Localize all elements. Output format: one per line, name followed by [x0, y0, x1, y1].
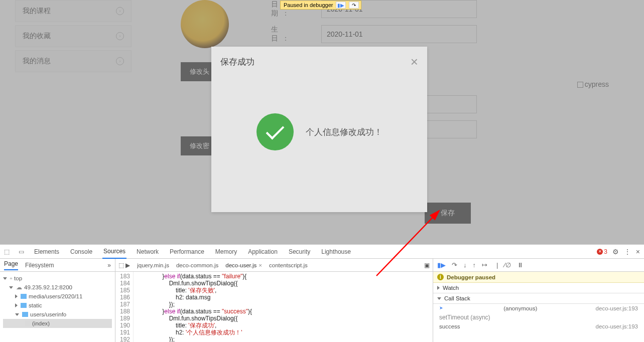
paused-text: Paused in debugger: [284, 2, 333, 8]
watch-section[interactable]: Watch: [433, 283, 644, 293]
nav-icons[interactable]: ⬚ ▶: [118, 262, 130, 269]
debugger-sidebar: ▮▶ ↷ ↓ ↑ ↦ | ⁄∅ ⏸ i Debugger paused Watc…: [433, 259, 644, 342]
devtools-tab-bar: ⬚ ▭ Elements Console Sources Network Per…: [0, 245, 644, 259]
tab-lighthouse[interactable]: Lighthouse: [320, 245, 352, 258]
tree-top[interactable]: ▫ top: [3, 274, 112, 283]
step-out-icon[interactable]: ↑: [473, 261, 476, 269]
debugger-toolbar: ▮▶ ↷ ↓ ↑ ↦ | ⁄∅ ⏸: [433, 259, 644, 272]
tab-sources[interactable]: Sources: [102, 245, 126, 259]
step-over-icon[interactable]: ↷: [452, 261, 457, 269]
modal-title: 保存成功: [220, 56, 254, 68]
file-tree: ▫ top ☁ 49.235.92.12:8200 media/users/20…: [0, 272, 115, 330]
modal-header: 保存成功 ×: [211, 47, 427, 77]
tab-network[interactable]: Network: [136, 245, 160, 258]
success-modal: 保存成功 × 个人信息修改成功！: [211, 47, 427, 212]
editor-overflow-icon[interactable]: ▣: [424, 262, 430, 269]
debugger-paused-badge: Paused in debugger ▮▶ ↷: [280, 1, 361, 10]
nav-tab-filesystem[interactable]: Filesystem: [25, 262, 54, 269]
tree-folder[interactable]: users/userinfo: [3, 310, 112, 319]
tab-performance[interactable]: Performance: [169, 245, 205, 258]
nav-overflow-icon[interactable]: »: [107, 262, 111, 269]
inspect-icon[interactable]: ⬚: [4, 248, 10, 255]
step-into-icon[interactable]: ↓: [463, 261, 467, 269]
modal-body: 个人信息修改成功！: [211, 77, 427, 187]
file-tab-active[interactable]: deco-user.js: [225, 262, 262, 268]
tab-application[interactable]: Application: [247, 245, 279, 258]
file-tab[interactable]: contentscript.js: [269, 262, 308, 268]
info-icon: i: [437, 274, 444, 280]
resume-icon[interactable]: ▮▶: [336, 2, 346, 9]
tree-folder[interactable]: static: [3, 301, 112, 310]
stack-frame[interactable]: successdeco-user.js:193: [433, 322, 644, 331]
resume-button-icon[interactable]: ▮▶: [437, 261, 446, 269]
devtools-close-icon[interactable]: ×: [636, 248, 640, 256]
app-viewport: 我的课程 › 我的收藏 › 我的消息 › 修改头 修改密 日 期： 生 日： c…: [0, 0, 644, 244]
tab-security[interactable]: Security: [288, 245, 311, 258]
debugger-paused-banner: i Debugger paused: [433, 272, 644, 283]
sources-navigator: Page Filesystem » ▫ top ☁ 49.235.92.12:8…: [0, 259, 115, 342]
success-check-icon: [256, 113, 294, 150]
kebab-menu-icon[interactable]: ⋮: [624, 248, 631, 256]
tab-elements[interactable]: Elements: [33, 245, 60, 258]
tree-file[interactable]: (index): [3, 319, 112, 328]
nav-tab-page[interactable]: Page: [4, 260, 18, 270]
file-tab[interactable]: deco-common.js: [176, 262, 218, 268]
tree-host[interactable]: ☁ 49.235.92.12:8200: [3, 283, 112, 292]
call-stack-section[interactable]: Call Stack: [433, 293, 644, 304]
error-count-badge[interactable]: ✕3: [597, 248, 607, 255]
modal-message: 个人信息修改成功！: [306, 126, 382, 138]
code-editor[interactable]: 183 184 185 186 187 188 189 190 191 192 …: [115, 272, 433, 342]
code-editor-pane: ⬚ ▶ jquery.min.js deco-common.js deco-us…: [115, 259, 433, 342]
devtools-panel: ⬚ ▭ Elements Console Sources Network Per…: [0, 244, 644, 342]
close-icon[interactable]: ×: [411, 54, 418, 70]
step-over-icon[interactable]: ↷: [349, 2, 359, 9]
tab-console[interactable]: Console: [69, 245, 93, 258]
tab-memory[interactable]: Memory: [214, 245, 238, 258]
step-icon[interactable]: ↦: [482, 261, 487, 269]
deactivate-bp-icon[interactable]: ⁄∅: [504, 261, 510, 269]
stack-async-divider: setTimeout (async): [433, 313, 644, 322]
file-tab-bar: ⬚ ▶ jquery.min.js deco-common.js deco-us…: [115, 259, 433, 272]
stack-frame-current[interactable]: (anonymous)deco-user.js:193: [433, 304, 644, 313]
file-tab[interactable]: jquery.min.js: [137, 262, 169, 268]
tree-folder[interactable]: media/users/2020/11: [3, 292, 112, 301]
device-icon[interactable]: ▭: [19, 248, 24, 255]
gear-icon[interactable]: ⚙: [612, 248, 619, 256]
pause-exceptions-icon[interactable]: ⏸: [517, 261, 524, 269]
